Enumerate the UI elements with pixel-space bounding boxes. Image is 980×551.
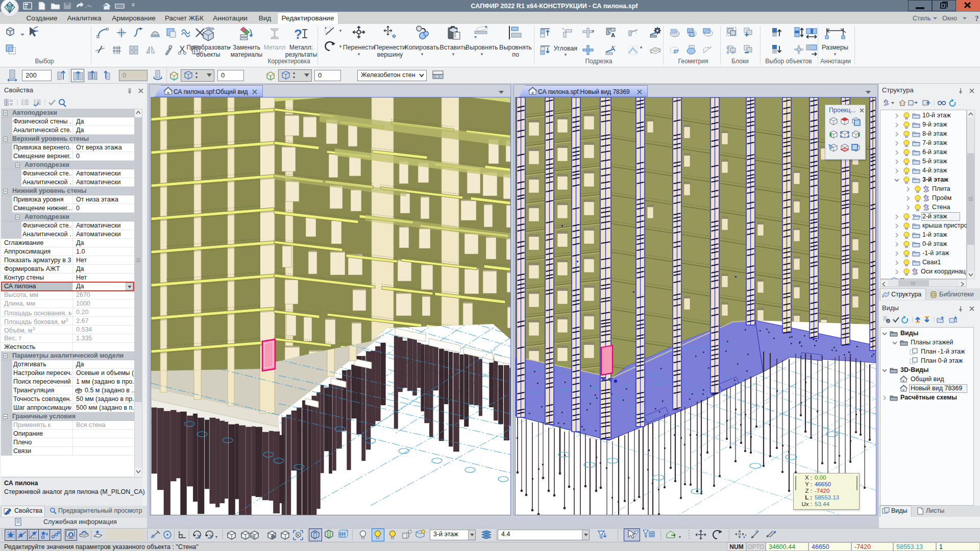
svg-text:?: ? xyxy=(975,14,979,22)
svg-text:A: A xyxy=(611,32,615,38)
svg-text:?: ? xyxy=(294,27,302,42)
svg-text:Y: Y xyxy=(209,534,213,540)
svg-text:X: X xyxy=(197,534,201,540)
